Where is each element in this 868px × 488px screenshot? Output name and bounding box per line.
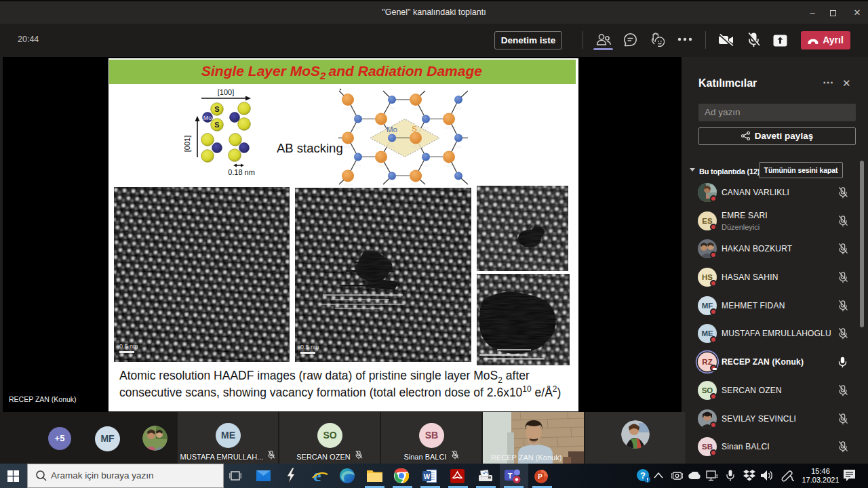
- svg-text:W: W: [424, 473, 431, 481]
- svg-text:[001]: [001]: [183, 136, 191, 152]
- svg-text:S: S: [214, 105, 219, 113]
- svg-text:0.18 nm: 0.18 nm: [228, 168, 255, 176]
- svg-text:P: P: [538, 473, 542, 481]
- svg-text:0.5 nm: 0.5 nm: [300, 344, 319, 350]
- svg-text:T: T: [508, 472, 513, 480]
- svg-text:S: S: [412, 125, 417, 133]
- svg-text:Mo: Mo: [387, 125, 397, 134]
- svg-text:RECEP ZAN (Konuk): RECEP ZAN (Konuk): [491, 453, 561, 462]
- svg-text:0.5 nm: 0.5 nm: [119, 343, 138, 350]
- svg-text:[100]: [100]: [218, 88, 234, 96]
- svg-text:Mo: Mo: [203, 115, 212, 121]
- svg-text:S: S: [214, 121, 219, 129]
